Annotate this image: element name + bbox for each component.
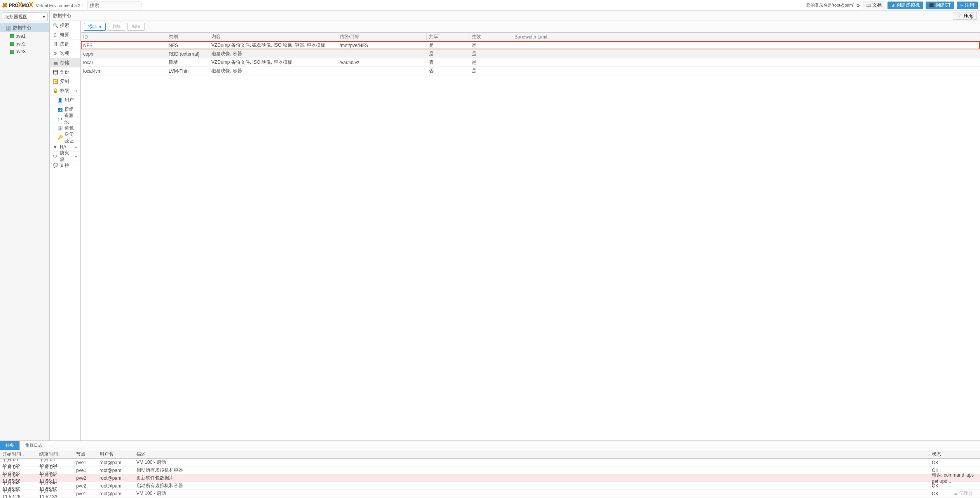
gear-icon[interactable]: ⚙: [856, 3, 860, 8]
proxmox-logo: ✖ PROXMOX: [2, 1, 33, 10]
docs-button[interactable]: 📖文档: [863, 2, 885, 9]
submenu-cluster[interactable]: 🗄集群: [50, 40, 80, 49]
view-selector[interactable]: 服务器视图▾: [2, 12, 48, 21]
tab-cluster-log[interactable]: 集群日志: [20, 441, 48, 450]
submenu-search[interactable]: 🔍搜索: [50, 21, 80, 30]
task-row[interactable]: 十月 04 12:33:42十月 04 12:33:42pve1root@pam…: [0, 467, 980, 474]
version-label: Virtual Environment 5.2-1: [36, 3, 84, 8]
submenu-pools[interactable]: 🏷资源池: [50, 114, 80, 124]
submenu-firewall[interactable]: 🛡防火墙▸: [50, 152, 80, 161]
tree-node-pve3[interactable]: pve3: [0, 48, 49, 56]
task-row[interactable]: 十月 04 11:55:56十月 04 11:56:11pve2root@pam…: [0, 474, 980, 482]
shield-icon: 🛡: [53, 154, 58, 159]
task-row[interactable]: 十月 04 12:35:42十月 04 12:35:44pve1root@pam…: [0, 459, 980, 467]
logout-button[interactable]: ↪注销: [957, 2, 978, 9]
desktop-icon: 🖥: [891, 3, 895, 7]
global-search-input[interactable]: [87, 2, 141, 9]
col-content[interactable]: 内容: [209, 33, 337, 40]
col-path[interactable]: 路径/目标: [337, 33, 427, 40]
sort-asc-icon: ↑: [89, 35, 91, 39]
login-label: 您的登录名是'root@pam': [806, 2, 854, 8]
storage-row[interactable]: NFSNFSVZDump 备份文件, 磁盘映像, ISO 映像, 容器, 容器模…: [81, 41, 980, 50]
tree-datacenter[interactable]: 🏢数据中心: [0, 23, 49, 32]
cube-icon: ⬛: [929, 3, 934, 7]
storage-row[interactable]: cephRBD (external)磁盘映像, 容器是是: [81, 50, 980, 58]
logcol-start[interactable]: 开始时间 ↓: [0, 451, 37, 458]
male-icon: 👔: [58, 126, 62, 131]
notes-icon: 🗒: [53, 33, 58, 37]
storage-row[interactable]: local-lvmLVM-Thin磁盘映像, 容器否是: [81, 67, 980, 75]
caret-down-icon: ▾: [99, 24, 101, 30]
help-icon: ❔: [956, 13, 962, 19]
cog-icon: ⚙: [53, 51, 58, 56]
add-button[interactable]: 添加 ▾: [84, 23, 106, 31]
submenu-replication[interactable]: 🔁复制: [50, 77, 80, 86]
save-icon: 💾: [53, 70, 58, 75]
breadcrumb: 数据中心: [53, 12, 71, 19]
chevron-down-icon: ▾: [75, 89, 77, 93]
book-icon: 📖: [866, 3, 871, 7]
edit-button[interactable]: 编辑: [127, 23, 145, 31]
node-icon: [10, 42, 14, 46]
col-id[interactable]: ID ↑: [81, 34, 166, 40]
help-button[interactable]: ❔Help: [953, 12, 977, 20]
logcol-status[interactable]: 状态: [929, 451, 980, 458]
chevron-down-icon: ▾: [43, 14, 45, 19]
submenu-support[interactable]: 💬支持: [50, 161, 80, 170]
comments-icon: 💬: [53, 163, 58, 168]
remove-button[interactable]: 删除: [108, 23, 125, 31]
tab-tasks[interactable]: 任务: [0, 441, 20, 450]
chevron-right-icon: ▸: [75, 154, 77, 158]
logout-icon: ↪: [960, 3, 963, 7]
key-icon: 🔑: [58, 135, 62, 140]
node-icon: [10, 50, 14, 54]
submenu-users[interactable]: 👤用户: [50, 96, 80, 105]
storage-row[interactable]: local目录VZDump 备份文件, ISO 映像, 容器模板/var/lib…: [81, 58, 980, 67]
logcol-end[interactable]: 结束时间: [37, 451, 74, 458]
retweet-icon: 🔁: [53, 79, 58, 84]
submenu-options[interactable]: ⚙选项: [50, 49, 80, 58]
submenu-auth[interactable]: 🔑身份验证: [50, 133, 80, 142]
heartbeat-icon: ♥: [53, 145, 58, 149]
cloud-icon: ☁: [953, 491, 958, 496]
search-icon: 🔍: [53, 23, 58, 28]
tags-icon: 🏷: [58, 117, 62, 121]
logcol-node[interactable]: 节点: [74, 451, 97, 458]
col-shared[interactable]: 共享: [427, 33, 469, 40]
hdd-icon: 🖴: [53, 61, 58, 65]
submenu-backup[interactable]: 💾备份: [50, 68, 80, 77]
server-icon: 🗄: [53, 42, 58, 47]
unlock-icon: 🔓: [53, 88, 58, 93]
create-vm-button[interactable]: 🖥创建虚拟机: [888, 2, 923, 9]
submenu-storage[interactable]: 🖴存储: [50, 58, 80, 68]
col-type[interactable]: 类别: [166, 33, 209, 40]
logcol-user[interactable]: 用户名: [97, 451, 134, 458]
submenu-summary[interactable]: 🗒概要: [50, 30, 80, 40]
col-enabled[interactable]: 生效: [469, 33, 512, 40]
sort-desc-icon: ↓: [22, 453, 24, 456]
tree-node-pve1[interactable]: pve1: [0, 32, 49, 40]
task-row[interactable]: 十月 04 11:55:50十月 04 11:55:50pve2root@pam…: [0, 482, 980, 490]
create-ct-button[interactable]: ⬛创建CT: [926, 2, 954, 9]
chevron-right-icon: ▸: [75, 145, 77, 149]
node-icon: [10, 34, 14, 38]
logcol-desc[interactable]: 描述: [134, 451, 929, 458]
col-bandwidth[interactable]: Bandwidth Limit: [512, 34, 980, 40]
users-icon: 👥: [58, 107, 62, 112]
user-icon: 👤: [58, 98, 62, 103]
task-row[interactable]: 十月 04 11:52:28十月 04 11:52:33pve1root@pam…: [0, 490, 980, 498]
tree-node-pve2[interactable]: pve2: [0, 40, 49, 48]
watermark: ☁亿速云: [953, 490, 973, 496]
building-icon: 🏢: [5, 25, 11, 31]
submenu-permissions[interactable]: 🔓权限▾: [50, 86, 80, 96]
